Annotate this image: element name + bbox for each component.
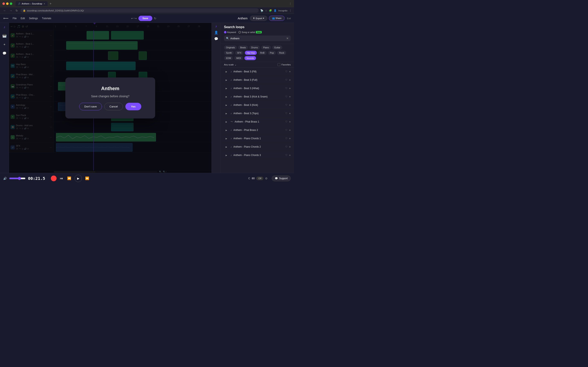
share-button[interactable]: 👥 Share — [269, 16, 285, 21]
refresh-icon[interactable]: ↻ — [154, 17, 156, 20]
search-clear-button[interactable]: ✕ — [286, 37, 289, 40]
filter-beats[interactable]: Beats — [238, 45, 248, 50]
instruments-nav-icon[interactable]: 👤 — [214, 31, 218, 34]
result-item[interactable]: ▶ ♪ Anthem - Beat 3 (Kick) ♡+ — [221, 101, 294, 109]
redo-button[interactable]: ↪ — [134, 17, 137, 20]
go-to-start-button[interactable]: ⏮ — [59, 176, 64, 181]
favorites-option[interactable]: Favorites — [277, 63, 291, 66]
cancel-button[interactable]: Cancel — [104, 103, 123, 110]
favorites-checkbox[interactable] — [277, 63, 280, 66]
result-item[interactable]: ▶ ♪ Anthem - Piano Chords 3 ♡+ — [221, 151, 294, 159]
filter-rnb[interactable]: RnB — [258, 51, 267, 55]
filter-midi[interactable]: MIDI — [234, 56, 243, 60]
add-1[interactable]: + — [289, 70, 291, 73]
play-result-11[interactable]: ▶ — [224, 153, 229, 158]
add-4[interactable]: + — [289, 95, 291, 98]
play-result-7[interactable]: ▶ — [224, 119, 229, 124]
sidebar-effects-icon[interactable]: ✦ — [2, 42, 7, 47]
fast-forward-button[interactable]: ⏩ — [84, 175, 90, 181]
filter-originals[interactable]: Originals — [224, 45, 237, 50]
play-result-10[interactable]: ▶ — [224, 144, 229, 149]
favorite-3[interactable]: ♡ — [285, 87, 287, 90]
transport-settings-icon[interactable]: ⚙ — [265, 177, 268, 180]
undo-button[interactable]: ↩ — [131, 17, 134, 20]
menu-tutorials[interactable]: Tutorials — [40, 16, 53, 21]
sidebar-chat-icon[interactable]: 💬 — [2, 50, 7, 56]
favorite-5[interactable]: ♡ — [285, 104, 287, 106]
keyword-radio[interactable]: Keyword — [224, 31, 236, 33]
filter-synth[interactable]: Synth — [224, 51, 234, 55]
result-item[interactable]: ▶ ♪ Anthem - Beat 3 (Kick & Snare) ♡+ — [221, 92, 294, 101]
scale-selector[interactable]: Any scale ⌄ — [224, 63, 236, 66]
tab-close-icon[interactable]: ✕ — [43, 3, 45, 5]
favorite-10[interactable]: ♡ — [285, 145, 287, 148]
play-result-8[interactable]: ▶ — [224, 128, 229, 133]
favorite-4[interactable]: ♡ — [285, 95, 287, 98]
favorite-1[interactable]: ♡ — [285, 70, 287, 73]
play-result-2[interactable]: ▶ — [224, 77, 229, 82]
browser-menu-dots[interactable]: ⋮ — [289, 9, 292, 12]
filter-pop[interactable]: Pop — [268, 51, 276, 55]
sidebar-loops-icon[interactable]: ♪ — [3, 25, 6, 30]
forward-button[interactable]: → — [9, 8, 13, 13]
url-box[interactable]: 🔒 soundtrap.com/studio/fork/l_DZ4DQLSsiW… — [20, 8, 259, 13]
favorite-8[interactable]: ♡ — [285, 129, 287, 132]
exit-label[interactable]: Exit — [287, 17, 291, 20]
add-10[interactable]: + — [289, 145, 291, 149]
result-item[interactable]: ▶ ♪ Anthem - Piano Chords 2 ♡+ — [221, 143, 294, 151]
close-traffic-light[interactable] — [2, 2, 5, 5]
yes-button[interactable]: Yes — [125, 103, 141, 110]
filter-drums[interactable]: Drums — [249, 45, 260, 50]
volume-slider[interactable] — [9, 177, 26, 180]
favorite-9[interactable]: ♡ — [285, 137, 287, 140]
result-item[interactable]: ▶ ♪ Anthem - Phat Brass 2 ♡+ — [221, 126, 294, 134]
filter-edm[interactable]: EDM — [224, 56, 233, 60]
save-button[interactable]: Save — [138, 16, 152, 21]
filter-rock[interactable]: Rock — [277, 51, 286, 55]
add-5[interactable]: + — [289, 103, 291, 107]
play-result-4[interactable]: ▶ — [224, 94, 229, 99]
menu-edit[interactable]: Edit — [19, 16, 26, 21]
play-pause-button[interactable]: ▶ — [75, 175, 82, 182]
menu-file[interactable]: File — [11, 16, 18, 21]
maximize-traffic-light[interactable] — [10, 2, 12, 5]
result-item[interactable]: ▶ ♪ Anthem - Piano Chords 1 ♡+ — [221, 134, 294, 143]
song-artist-radio[interactable]: Song or artist New — [238, 31, 262, 33]
menu-settings[interactable]: Settings — [27, 16, 39, 21]
play-result-9[interactable]: ▶ — [224, 136, 229, 141]
reload-button[interactable]: ↻ — [15, 8, 19, 13]
back-nav-button[interactable]: ⟵ — [3, 16, 9, 21]
minimize-traffic-light[interactable] — [6, 2, 9, 5]
extensions-icon[interactable]: 🧩 — [269, 9, 272, 12]
add-2[interactable]: + — [289, 78, 291, 82]
result-item[interactable]: ▶ ♪ Anthem - Beat 3 (Tops) ♡+ — [221, 109, 294, 118]
support-button[interactable]: 💬 Support — [272, 175, 291, 181]
add-11[interactable]: + — [289, 154, 291, 157]
search-input[interactable] — [230, 37, 285, 40]
chat-nav-icon[interactable]: 💬 — [214, 37, 218, 41]
add-3[interactable]: + — [289, 87, 291, 90]
filter-sfx[interactable]: SFX — [235, 51, 243, 55]
favorite-6[interactable]: ♡ — [285, 112, 287, 115]
add-8[interactable]: + — [289, 128, 291, 132]
filter-hiphop[interactable]: Hip Hop — [245, 51, 257, 55]
play-result-6[interactable]: ▶ — [224, 111, 229, 116]
filter-piano[interactable]: Piano — [261, 45, 271, 50]
loops-nav-icon[interactable]: ♪ — [215, 25, 217, 28]
add-9[interactable]: + — [289, 137, 291, 140]
result-item[interactable]: ▶ ♪ Anthem - Beat 3 (Hihat) ♡+ — [221, 84, 294, 92]
new-tab-button[interactable]: + — [48, 2, 53, 6]
dont-save-button[interactable]: Don't save — [79, 103, 102, 110]
back-button[interactable]: ← — [2, 8, 7, 13]
bookmark-icon[interactable]: ☆ — [265, 9, 267, 12]
result-item[interactable]: ▶ 〜 Anthem - Phat Brass 1 ♡+ — [221, 118, 294, 126]
favorite-2[interactable]: ♡ — [285, 78, 287, 81]
account-icon[interactable]: 👤 — [274, 9, 277, 12]
sidebar-plugins-icon[interactable]: 🎹 — [2, 33, 7, 39]
favorite-11[interactable]: ♡ — [285, 154, 287, 157]
play-result-3[interactable]: ▶ — [224, 86, 229, 91]
add-6[interactable]: + — [289, 112, 291, 115]
result-item[interactable]: ▶ ♪ Anthem - Beat 3 (Fill) ♡+ — [221, 67, 294, 76]
active-tab[interactable]: 🎵 Anthem – Soundtrap ✕ — [16, 1, 48, 6]
play-result-5[interactable]: ▶ — [224, 103, 229, 108]
